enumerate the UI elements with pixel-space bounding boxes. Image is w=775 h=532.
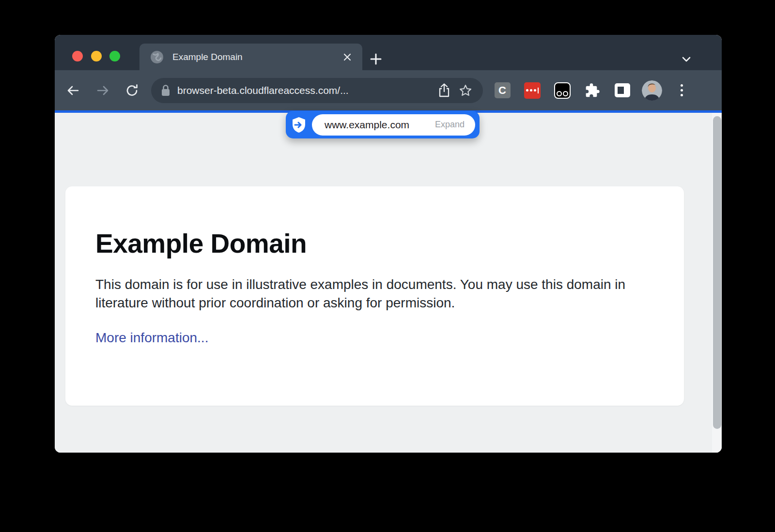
back-button[interactable] <box>62 80 84 101</box>
close-traffic-light[interactable] <box>72 51 83 61</box>
globe-favicon-icon <box>150 50 164 64</box>
back-arrow-icon <box>66 83 80 98</box>
url-text[interactable]: browser-beta.cloudflareaccess.com/... <box>177 85 434 96</box>
shield-arrow-icon <box>286 117 312 133</box>
new-tab-button[interactable] <box>367 50 385 68</box>
more-information-link[interactable]: More information... <box>95 330 208 346</box>
content-card: Example Domain This domain is for use in… <box>65 186 684 406</box>
chevron-down-icon <box>681 53 692 65</box>
tab-search-button[interactable] <box>678 50 695 68</box>
profile-avatar[interactable] <box>642 80 662 101</box>
isolation-domain-field[interactable]: www.example.com Expand <box>312 114 475 136</box>
page-title: Example Domain <box>95 228 654 259</box>
lock-icon[interactable] <box>161 84 170 97</box>
tab-example-domain[interactable]: Example Domain <box>140 44 362 70</box>
page-body-text: This domain is for use in illustrative e… <box>95 275 652 313</box>
tab-close-icon[interactable] <box>339 49 356 65</box>
isolated-domain-text: www.example.com <box>325 119 435 131</box>
extensions-puzzle-icon[interactable] <box>582 80 603 101</box>
plus-icon <box>370 53 382 65</box>
share-icon <box>438 83 450 98</box>
c-extension-icon[interactable]: C <box>492 80 513 101</box>
side-panel-icon[interactable] <box>612 80 633 101</box>
isolation-domain-pill[interactable]: www.example.com Expand <box>286 111 480 138</box>
browser-window: Example Domain <box>55 35 722 453</box>
forward-arrow-icon <box>95 83 110 98</box>
kebab-menu-icon[interactable] <box>671 80 692 101</box>
lastpass-extension-icon[interactable] <box>522 80 543 101</box>
reload-icon <box>125 83 140 98</box>
tab-title: Example Domain <box>172 52 339 62</box>
star-icon <box>459 84 472 97</box>
scrollbar-track[interactable] <box>712 113 722 453</box>
toolbar: browser-beta.cloudflareaccess.com/... C <box>55 70 722 110</box>
minimize-traffic-light[interactable] <box>91 51 102 61</box>
tab-strip: Example Domain <box>55 35 722 70</box>
forward-button[interactable] <box>92 80 113 101</box>
bookmark-button[interactable] <box>455 80 476 101</box>
address-bar[interactable]: browser-beta.cloudflareaccess.com/... <box>151 78 483 103</box>
expand-button[interactable]: Expand <box>435 120 465 130</box>
scrollbar-thumb[interactable] <box>713 116 721 429</box>
reload-button[interactable] <box>122 80 143 101</box>
goggles-extension-icon[interactable] <box>552 80 573 101</box>
page-viewport: www.example.com Expand Example Domain Th… <box>55 113 722 453</box>
zoom-traffic-light[interactable] <box>109 51 120 61</box>
share-button[interactable] <box>434 80 455 101</box>
